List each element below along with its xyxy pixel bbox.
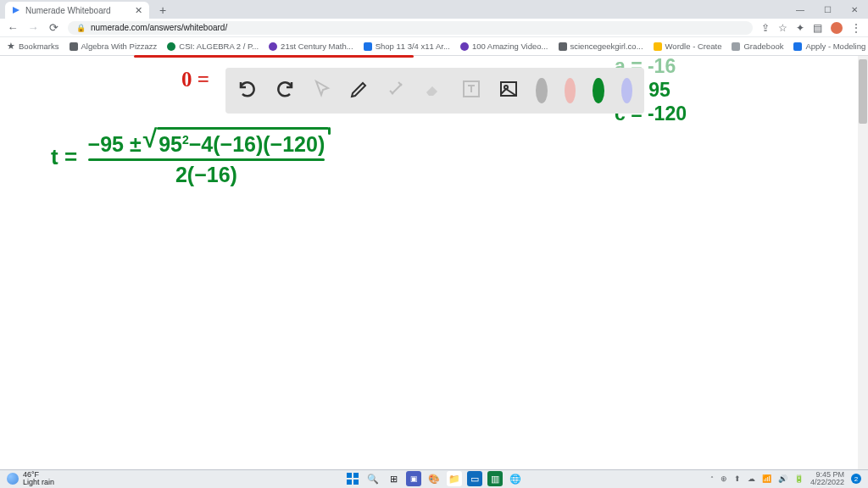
start-button[interactable] [345,471,360,486]
redo-button[interactable] [275,79,295,103]
svg-marker-0 [13,7,19,14]
bookmark-favicon [460,42,469,51]
whiteboard-toolbar [225,68,644,114]
window-minimize[interactable]: — [787,0,814,19]
tools-button[interactable] [387,79,407,103]
svg-rect-7 [353,480,359,485]
color-gray[interactable] [536,78,548,103]
pen-tool[interactable] [349,79,370,103]
address-bar: ← → ⟳ 🔒 numerade.com/answers/whiteboard/… [0,19,868,37]
battery-icon[interactable]: 🔋 [794,474,804,483]
bookmark-item[interactable]: Shop 11 3/4 x11 Ar... [364,42,450,51]
eq-lhs: t = [51,144,77,169]
bookmark-item[interactable]: Gradebook [732,42,783,51]
red-underline [134,55,414,58]
tab-favicon [12,6,20,14]
volume-icon[interactable]: 🔊 [778,474,787,483]
taskbar-app[interactable]: 🌐 [508,471,523,486]
undo-button[interactable] [237,79,258,103]
url-input[interactable]: 🔒 numerade.com/answers/whiteboard/ [68,21,753,35]
url-text: numerade.com/answers/whiteboard/ [91,23,227,32]
browser-tab[interactable]: Numerade Whiteboard ✕ [5,2,149,19]
wifi-icon[interactable]: 📶 [762,474,771,483]
svg-rect-6 [347,480,352,485]
notifications-badge[interactable]: 2 [851,474,861,484]
weather-icon [7,473,19,485]
tab-title: Numerade Whiteboard [25,6,111,15]
clock[interactable]: 9:45 PM 4/22/2022 [810,471,844,486]
color-green-selected[interactable] [593,78,604,103]
color-lavender[interactable] [621,78,633,103]
tray-icon[interactable]: ⬆ [734,474,741,483]
bookmarks-folder[interactable]: ★Bookmarks [7,41,59,52]
bookmarks-bar: ★Bookmarks Algebra With Pizzazz CSI: ALG… [0,37,868,56]
bookmark-favicon [654,42,662,51]
window-close[interactable]: ✕ [841,0,868,19]
tab-close-icon[interactable]: ✕ [135,5,142,16]
sqrt-expr: √ 952−4(−16)(−120) [143,132,326,157]
bookmark-star-icon[interactable]: ☆ [778,22,787,34]
bookmark-item[interactable]: sciencegeekgirl.co... [559,42,643,51]
whiteboard-canvas[interactable]: 0 = a = -16 b = 95 c = -120 t = −95 ± √ … [0,56,868,469]
new-tab-button[interactable]: + [154,2,171,19]
bookmark-item[interactable]: Wordle - Create [654,42,722,51]
share-icon[interactable]: ⇪ [761,22,770,34]
svg-rect-4 [347,473,352,478]
extensions-icon[interactable]: ✦ [796,22,804,34]
taskbar-center: 🔍 ⊞ ▣ 🎨 📁 ▭ ▥ 🌐 [345,471,523,486]
scrollbar[interactable] [858,56,868,469]
bookmark-item[interactable]: Algebra With Pizzazz [70,42,158,51]
vinculum [157,127,330,130]
tab-strip: Numerade Whiteboard ✕ + — ☐ ✕ [0,0,868,19]
taskbar-app[interactable]: 🎨 [426,471,442,486]
lock-icon: 🔒 [76,24,86,32]
bookmark-favicon [167,42,175,51]
bookmark-item[interactable]: CSI: ALGEBRA 2 / P... [167,42,259,51]
taskbar-app[interactable]: ▥ [487,471,503,486]
bookmark-favicon [793,42,802,51]
weather-widget[interactable]: 46°F Light rain [7,471,54,486]
chrome-menu-icon[interactable]: ⋮ [851,22,861,34]
text-tool[interactable] [461,79,481,103]
onedrive-icon[interactable]: ☁ [748,474,755,483]
bookmark-item[interactable]: Apply - Modeling I... [793,42,868,51]
bookmark-favicon [364,42,372,51]
profile-avatar[interactable] [831,22,843,34]
eraser-tool[interactable] [424,79,444,103]
image-tool[interactable] [498,79,519,103]
taskbar-app[interactable]: ▭ [467,471,482,486]
taskbar-app[interactable]: ▣ [406,471,421,486]
color-pink[interactable] [565,78,576,103]
pointer-tool[interactable] [312,79,332,103]
tray-overflow-icon[interactable]: ˄ [710,475,714,483]
forward-button[interactable]: → [27,21,39,34]
taskbar-app[interactable]: 📁 [447,471,462,486]
reload-button[interactable]: ⟳ [47,21,59,34]
bookmark-favicon [269,42,277,51]
radical-icon: √ [143,130,157,147]
system-tray: ˄ ⊕ ⬆ ☁ 📶 🔊 🔋 9:45 PM 4/22/2022 2 [710,471,861,486]
star-icon: ★ [7,41,15,52]
quadratic-formula: t = −95 ± √ 952−4(−16)(−120) 2(−16) [51,132,325,187]
reading-list-icon[interactable]: ▤ [813,22,822,34]
fraction-bar [88,158,326,161]
taskbar: 46°F Light rain 🔍 ⊞ ▣ 🎨 📁 ▭ ▥ 🌐 ˄ ⊕ ⬆ ☁ … [0,469,868,488]
bookmark-favicon [732,42,740,51]
search-button[interactable]: 🔍 [365,471,381,486]
bookmark-favicon [559,42,567,51]
svg-rect-5 [353,473,359,478]
task-view-button[interactable]: ⊞ [386,471,401,486]
bookmark-item[interactable]: 21st Century Math... [269,42,353,51]
scroll-thumb[interactable] [859,59,867,124]
weather-cond: Light rain [23,479,54,486]
window-maximize[interactable]: ☐ [814,0,841,19]
red-equation: 0 = [181,68,209,92]
bookmark-favicon [70,42,78,51]
eq-denom: 2(−16) [88,163,326,187]
eq-num-pre: −95 ± [88,132,142,157]
back-button[interactable]: ← [7,21,19,34]
window-controls: — ☐ ✕ [787,0,868,19]
bookmark-item[interactable]: 100 Amazing Video... [460,42,548,51]
tray-icon[interactable]: ⊕ [721,474,727,483]
